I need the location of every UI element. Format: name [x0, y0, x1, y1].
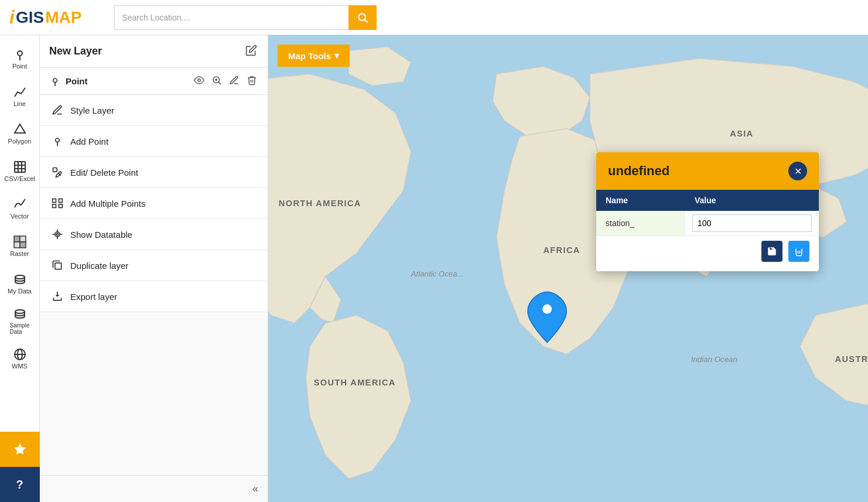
menu-item-export-layer[interactable]: Export layer — [40, 281, 268, 312]
popup-name-cell: station_ — [596, 211, 685, 236]
popup-header: undefined ✕ — [596, 152, 819, 190]
delete-icon — [794, 246, 804, 257]
search-input[interactable] — [114, 5, 348, 30]
sidebar-item-mydata[interactable]: My Data — [2, 266, 37, 301]
menu-item-show-datatable[interactable]: Show Datatable — [40, 219, 268, 250]
popup-save-button[interactable] — [761, 241, 782, 262]
style-icon — [52, 104, 63, 116]
svg-rect-4 — [15, 162, 25, 172]
sidebar-item-point[interactable]: Point — [2, 41, 37, 76]
menu-item-add-multiple-points[interactable]: Add Multiple Points — [40, 188, 268, 219]
sidebar-item-vector[interactable]: Vector — [2, 191, 37, 226]
editpoint-icon — [52, 166, 63, 178]
svg-point-31 — [55, 232, 60, 237]
save-icon — [767, 246, 777, 257]
svg-rect-37 — [55, 263, 61, 269]
polygon-icon — [13, 122, 27, 136]
layer-panel: New Layer Point — [40, 35, 268, 502]
layer-edit-button[interactable] — [228, 74, 241, 88]
vector-icon — [13, 197, 27, 211]
sidebar-item-sampledata[interactable]: SampleData — [2, 303, 37, 339]
pencil-icon — [229, 75, 240, 86]
menu-list: Style Layer Add Point Edit/ Delete Point — [40, 95, 268, 475]
svg-point-2 — [18, 51, 22, 56]
svg-rect-30 — [59, 204, 63, 208]
svg-text:ASIA: ASIA — [730, 129, 753, 138]
search-bar — [114, 5, 377, 30]
svg-text:AUSTRALIA: AUSTRALIA — [835, 354, 868, 364]
sidebar-item-line[interactable]: Line — [2, 78, 37, 114]
layer-delete-button[interactable] — [245, 74, 258, 88]
datatable-icon — [52, 228, 63, 240]
point-icon — [13, 47, 27, 62]
edit-icon — [245, 45, 257, 56]
menu-label-style-layer: Style Layer — [70, 105, 114, 115]
svg-line-22 — [218, 82, 221, 84]
layer-point-icon — [49, 76, 61, 87]
search-button[interactable] — [348, 5, 377, 30]
favorites-button[interactable] — [0, 432, 40, 467]
panel-edit-button[interactable] — [244, 43, 258, 59]
map-tools-button[interactable]: Map Tools ▾ — [278, 45, 350, 67]
popup-col-name: Name — [596, 190, 685, 211]
layer-zoom-button[interactable] — [210, 74, 223, 88]
line-icon — [13, 85, 27, 99]
sidebar-item-polygon[interactable]: Polygon — [2, 116, 37, 151]
popup-table: Name Value station_ — [596, 190, 819, 236]
sidebar-label-sampledata: SampleData — [10, 322, 30, 335]
svg-point-14 — [15, 310, 25, 313]
menu-label-add-multiple-points: Add Multiple Points — [70, 199, 145, 209]
close-icon: ✕ — [794, 166, 802, 177]
svg-rect-10 — [20, 236, 26, 242]
layer-visibility-button[interactable] — [193, 74, 206, 88]
icon-sidebar: Point Line Polygon CSV/Excel — [0, 35, 40, 502]
menu-label-add-point: Add Point — [70, 136, 108, 146]
svg-point-32 — [56, 233, 58, 235]
sidebar-label-polygon: Polygon — [8, 138, 32, 145]
help-button[interactable]: ? — [0, 467, 40, 502]
raster-icon — [13, 235, 27, 249]
menu-item-edit-delete-point[interactable]: Edit/ Delete Point — [40, 157, 268, 188]
sidebar-item-wms[interactable]: WMS — [2, 341, 37, 376]
sidebar-item-csv[interactable]: CSV/Excel — [2, 153, 37, 189]
layer-row: Point — [40, 68, 268, 95]
popup-table-header: Name Value — [596, 190, 819, 211]
sidebar-label-point: Point — [12, 63, 27, 70]
menu-item-add-point[interactable]: Add Point — [40, 126, 268, 157]
popup-delete-button[interactable] — [788, 241, 809, 262]
eye-icon — [194, 75, 204, 86]
feature-popup: undefined ✕ Name Value station_ — [596, 152, 819, 271]
svg-line-1 — [365, 19, 368, 22]
menu-item-duplicate-layer[interactable]: Duplicate layer — [40, 250, 268, 281]
collapse-panel-button[interactable]: « — [252, 483, 258, 495]
popup-value-input[interactable] — [692, 214, 812, 232]
svg-rect-12 — [20, 242, 26, 248]
panel-header: New Layer — [40, 35, 268, 68]
popup-title: undefined — [608, 163, 669, 179]
svg-rect-29 — [59, 199, 63, 203]
logo-gis: GIS — [16, 8, 44, 27]
logo-map: MAP — [45, 8, 81, 27]
main-area: Point Line Polygon CSV/Excel — [0, 35, 868, 502]
svg-text:Indian Ocean: Indian Ocean — [691, 355, 737, 364]
popup-close-button[interactable]: ✕ — [788, 162, 807, 180]
popup-body: Name Value station_ — [596, 190, 819, 271]
popup-table-row: station_ — [596, 211, 819, 236]
sidebar-item-raster[interactable]: Raster — [2, 228, 37, 264]
map-area[interactable]: NORTH AMERICA SOUTH AMERICA AFRICA ASIA … — [268, 35, 868, 502]
trash-icon — [247, 75, 257, 86]
svg-point-20 — [198, 79, 201, 82]
sidebar-label-line: Line — [13, 100, 26, 107]
panel-title: New Layer — [49, 45, 102, 57]
svg-point-46 — [542, 305, 552, 314]
popup-col-value: Value — [685, 190, 819, 211]
popup-actions — [596, 236, 819, 262]
panel-footer: « — [40, 475, 268, 502]
svg-point-13 — [15, 275, 25, 279]
menu-label-duplicate-layer: Duplicate layer — [70, 261, 128, 271]
svg-rect-11 — [14, 242, 20, 248]
svg-point-0 — [359, 13, 366, 21]
svg-point-19 — [53, 78, 57, 83]
menu-item-style-layer[interactable]: Style Layer — [40, 95, 268, 126]
svg-marker-3 — [15, 124, 25, 133]
